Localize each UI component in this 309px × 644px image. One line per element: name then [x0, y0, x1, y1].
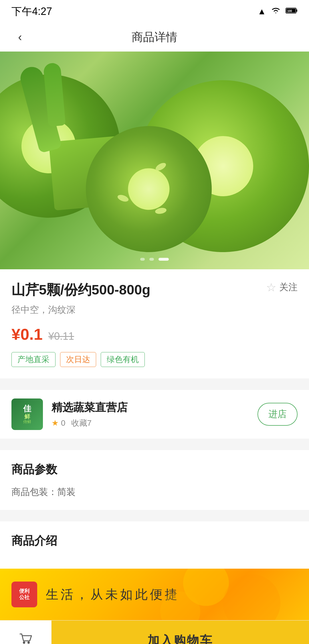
deco-circle-2	[223, 574, 280, 620]
enter-store-button[interactable]: 进店	[258, 403, 298, 426]
store-info: 精选蔬菜直营店 ★ 0 收藏7	[52, 400, 258, 429]
divider-3	[0, 516, 309, 521]
product-title: 山芹5颗/份约500-800g	[11, 281, 260, 299]
divider-1	[0, 384, 309, 390]
battery-icon: 100	[286, 7, 298, 16]
store-rating: ★ 0	[52, 418, 66, 428]
wifi-icon	[271, 7, 281, 17]
cucumber-slice-3	[86, 126, 212, 252]
favorite-label: 关注	[279, 281, 298, 294]
tags-row: 产地直采 次日达 绿色有机	[11, 352, 298, 367]
svg-point-4	[23, 641, 25, 644]
params-section: 商品参数 商品包装：简装	[0, 450, 309, 510]
dot-3	[159, 258, 169, 261]
tag-chandi: 产地直采	[11, 352, 56, 367]
star-icon: ☆	[266, 281, 276, 294]
price-original: ¥0.11	[48, 330, 74, 342]
status-icons: ▲ 100	[258, 7, 298, 17]
product-subtitle: 径中空，沟纹深	[11, 304, 298, 316]
back-arrow-icon: ‹	[18, 31, 22, 44]
svg-text:100: 100	[287, 9, 292, 13]
cart-section[interactable]	[0, 621, 52, 644]
svg-rect-1	[296, 9, 297, 12]
param-packaging: 商品包装：简装	[11, 486, 298, 498]
add-to-cart-button[interactable]: 加入购物车	[52, 621, 309, 644]
intro-section: 商品介绍	[0, 521, 309, 569]
banner-logo-text: 便利公社	[19, 588, 29, 600]
divider-2	[0, 444, 309, 450]
status-time: 下午4:27	[11, 5, 52, 19]
product-image-container	[0, 52, 309, 269]
store-logo: 佳 鲜 侍鲜	[11, 398, 43, 430]
product-image-bg	[0, 52, 309, 269]
svg-point-5	[27, 641, 30, 644]
page-title: 商品详情	[132, 29, 177, 45]
cucumber-visual	[0, 52, 309, 269]
price-main: ¥0.1	[11, 325, 43, 343]
intro-section-title: 商品介绍	[11, 533, 298, 549]
rating-star-icon: ★	[52, 418, 59, 428]
product-title-row: 山芹5颗/份约500-800g ☆ 关注	[11, 281, 298, 299]
image-dots	[140, 258, 169, 261]
status-bar: 下午4:27 ▲ 100	[0, 0, 309, 23]
params-section-title: 商品参数	[11, 462, 298, 477]
store-stats: ★ 0 收藏7	[52, 418, 258, 429]
store-favorites: 收藏7	[71, 418, 92, 429]
favorite-button[interactable]: ☆ 关注	[266, 281, 298, 294]
store-section: 佳 鲜 侍鲜 精选蔬菜直营店 ★ 0 收藏7 进店	[0, 390, 309, 439]
bottom-bar: 加入购物车	[0, 620, 309, 644]
nav-bar: ‹ 商品详情	[0, 23, 309, 52]
dot-2	[149, 258, 154, 261]
signal-icon: ▲	[258, 7, 266, 16]
banner-text: 生活，从未如此便捷	[46, 586, 180, 603]
back-button[interactable]: ‹	[11, 29, 29, 46]
store-name: 精选蔬菜直营店	[52, 400, 258, 415]
cart-icon	[18, 631, 34, 644]
dot-1	[140, 258, 145, 261]
product-info-section: 山芹5颗/份约500-800g ☆ 关注 径中空，沟纹深 ¥0.1 ¥0.11 …	[0, 269, 309, 378]
banner-logo: 便利公社	[11, 582, 37, 607]
tag-ciri: 次日达	[60, 352, 96, 367]
price-row: ¥0.1 ¥0.11	[11, 325, 298, 343]
rating-value: 0	[61, 419, 66, 428]
bottom-banner: 便利公社 生活，从未如此便捷	[0, 569, 309, 620]
tag-organic: 绿色有机	[101, 352, 145, 367]
